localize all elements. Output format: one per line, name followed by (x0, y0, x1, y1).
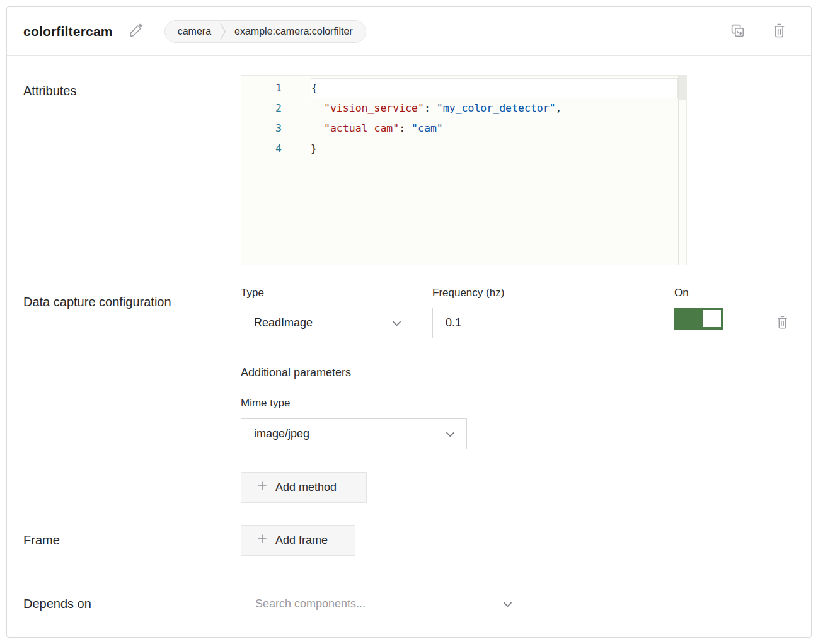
editor-gutter: 1234 (241, 76, 282, 265)
add-frame-label: Add frame (275, 534, 328, 547)
component-config-card: colorfiltercam camera example:camera:col… (6, 6, 812, 638)
data-capture-section: Data capture configuration Type ReadImag… (23, 287, 796, 503)
code-line: } (311, 139, 678, 159)
trash-icon (775, 314, 790, 332)
editor-scrollbar[interactable] (678, 76, 686, 265)
add-method-label: Add method (275, 481, 337, 494)
code-line: "actual_cam": "cam" (311, 118, 678, 139)
line-number: 3 (241, 118, 282, 139)
capture-frequency-field: Frequency (hz) (432, 287, 616, 338)
data-capture-toggle[interactable] (674, 308, 723, 330)
capture-on-field: On (674, 287, 723, 330)
capture-frequency-input[interactable] (432, 308, 616, 338)
indent-guide (311, 98, 311, 139)
depends-on-select[interactable] (241, 589, 524, 619)
mime-type-select[interactable]: image/jpeg (241, 418, 467, 449)
component-type-model-chip: camera example:camera:colorfilter (164, 20, 366, 43)
capture-type-field: Type ReadImage (241, 287, 413, 338)
attributes-section-label: Attributes (23, 75, 241, 265)
capture-type-label: Type (241, 287, 413, 299)
data-capture-main: Type ReadImage Frequency (hz) (241, 287, 796, 503)
header-actions (729, 22, 796, 41)
toggle-knob (703, 310, 721, 327)
edit-name-button[interactable] (128, 22, 144, 40)
attributes-section: Attributes 1234 {"vision_service": "my_c… (23, 75, 796, 265)
additional-parameters-label: Additional parameters (241, 366, 796, 379)
capture-frequency-label: Frequency (hz) (432, 287, 616, 299)
duplicate-component-button[interactable] (729, 22, 746, 41)
delete-component-button[interactable] (771, 22, 787, 41)
card-header: colorfiltercam camera example:camera:col… (7, 7, 811, 56)
add-frame-button[interactable]: Add frame (241, 525, 355, 556)
depends-on-section-label: Depends on (23, 597, 241, 611)
line-number: 2 (241, 98, 282, 118)
plus-icon (257, 481, 267, 494)
mime-type-label: Mime type (241, 397, 796, 410)
plus-icon (257, 534, 267, 547)
mime-type-value: image/jpeg (254, 427, 309, 440)
depends-on-section: Depends on (23, 589, 796, 619)
chevron-down-icon (446, 427, 455, 440)
capture-type-value: ReadImage (254, 316, 313, 330)
line-number: 4 (241, 139, 282, 159)
chevron-down-icon (392, 316, 401, 330)
chevron-right-icon (219, 21, 226, 42)
editor-scrollbar-thumb (679, 76, 686, 100)
data-capture-method-row: Type ReadImage Frequency (hz) (241, 287, 796, 338)
frame-section: Frame Add frame (23, 525, 796, 556)
duplicate-icon (729, 22, 746, 41)
add-method-button[interactable]: Add method (241, 472, 367, 503)
frame-section-label: Frame (23, 533, 241, 548)
component-model: example:camera:colorfilter (234, 26, 353, 37)
code-line: { (311, 78, 678, 98)
depends-on-search-input[interactable] (254, 597, 503, 611)
trash-icon (771, 22, 787, 41)
component-type: camera (178, 26, 211, 37)
editor-code: {"vision_service": "my_color_detector","… (311, 76, 678, 265)
line-number: 1 (241, 78, 282, 98)
attributes-code-editor[interactable]: 1234 {"vision_service": "my_color_detect… (241, 75, 687, 265)
capture-type-select[interactable]: ReadImage (241, 308, 413, 338)
chevron-down-icon (503, 599, 512, 610)
data-capture-section-label: Data capture configuration (23, 287, 241, 503)
delete-capture-method-button[interactable] (775, 314, 790, 332)
code-line: "vision_service": "my_color_detector", (311, 98, 678, 118)
component-name: colorfiltercam (23, 24, 113, 39)
card-body: Attributes 1234 {"vision_service": "my_c… (7, 56, 811, 619)
pencil-icon (128, 22, 144, 40)
capture-on-label: On (674, 287, 723, 299)
